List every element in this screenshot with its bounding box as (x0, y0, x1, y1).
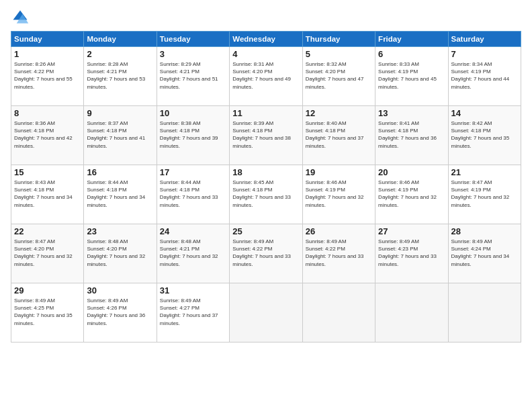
day-number: 17 (160, 167, 226, 177)
day-number: 1 (14, 49, 81, 59)
cell-info: Sunrise: 8:33 AM Sunset: 4:19 PM Dayligh… (378, 60, 445, 91)
cell-info: Sunrise: 8:47 AM Sunset: 4:20 PM Dayligh… (14, 238, 81, 268)
cell-info: Sunrise: 8:42 AM Sunset: 4:18 PM Dayligh… (451, 120, 518, 150)
calendar-cell (448, 283, 521, 342)
header-friday: Friday (375, 32, 448, 47)
day-number: 28 (451, 226, 518, 236)
day-number: 9 (87, 108, 153, 118)
calendar-cell: 20Sunrise: 8:46 AM Sunset: 4:19 PM Dayli… (375, 165, 448, 224)
day-number: 20 (378, 167, 445, 177)
cell-info: Sunrise: 8:45 AM Sunset: 4:18 PM Dayligh… (232, 179, 299, 209)
logo-icon (11, 8, 30, 27)
day-number: 13 (378, 108, 445, 118)
calendar-cell: 2Sunrise: 8:28 AM Sunset: 4:21 PM Daylig… (84, 47, 157, 106)
day-number: 19 (306, 167, 372, 177)
calendar-cell: 3Sunrise: 8:29 AM Sunset: 4:21 PM Daylig… (157, 47, 229, 106)
day-number: 23 (87, 226, 153, 236)
week-row-1: 1Sunrise: 8:26 AM Sunset: 4:22 PM Daylig… (11, 47, 521, 106)
cell-info: Sunrise: 8:49 AM Sunset: 4:22 PM Dayligh… (306, 238, 372, 268)
calendar-cell: 4Sunrise: 8:31 AM Sunset: 4:20 PM Daylig… (230, 47, 302, 106)
day-number: 12 (306, 108, 372, 118)
cell-info: Sunrise: 8:49 AM Sunset: 4:24 PM Dayligh… (451, 238, 518, 268)
day-number: 2 (87, 49, 153, 59)
day-number: 31 (160, 285, 226, 295)
cell-info: Sunrise: 8:39 AM Sunset: 4:18 PM Dayligh… (232, 120, 299, 150)
calendar-cell: 24Sunrise: 8:48 AM Sunset: 4:21 PM Dayli… (157, 224, 229, 283)
calendar-cell: 9Sunrise: 8:37 AM Sunset: 4:18 PM Daylig… (84, 106, 157, 165)
cell-info: Sunrise: 8:49 AM Sunset: 4:26 PM Dayligh… (87, 297, 153, 327)
header-wednesday: Wednesday (230, 32, 302, 47)
calendar-cell: 8Sunrise: 8:36 AM Sunset: 4:18 PM Daylig… (11, 106, 84, 165)
day-number: 6 (378, 49, 445, 59)
calendar-cell: 15Sunrise: 8:43 AM Sunset: 4:18 PM Dayli… (11, 165, 84, 224)
calendar-cell: 18Sunrise: 8:45 AM Sunset: 4:18 PM Dayli… (230, 165, 302, 224)
day-number: 7 (451, 49, 518, 59)
calendar-header-row: SundayMondayTuesdayWednesdayThursdayFrid… (11, 32, 521, 47)
calendar-cell: 29Sunrise: 8:49 AM Sunset: 4:25 PM Dayli… (11, 283, 84, 342)
calendar-cell: 13Sunrise: 8:41 AM Sunset: 4:18 PM Dayli… (375, 106, 448, 165)
logo (11, 8, 32, 27)
calendar-cell: 27Sunrise: 8:49 AM Sunset: 4:23 PM Dayli… (375, 224, 448, 283)
calendar-cell (375, 283, 448, 342)
cell-info: Sunrise: 8:47 AM Sunset: 4:19 PM Dayligh… (451, 179, 518, 209)
calendar-cell: 26Sunrise: 8:49 AM Sunset: 4:22 PM Dayli… (302, 224, 375, 283)
page: SundayMondayTuesdayWednesdayThursdayFrid… (0, 0, 532, 411)
week-row-3: 15Sunrise: 8:43 AM Sunset: 4:18 PM Dayli… (11, 165, 521, 224)
header-saturday: Saturday (448, 32, 521, 47)
cell-info: Sunrise: 8:37 AM Sunset: 4:18 PM Dayligh… (87, 120, 153, 150)
calendar-cell: 14Sunrise: 8:42 AM Sunset: 4:18 PM Dayli… (448, 106, 521, 165)
cell-info: Sunrise: 8:49 AM Sunset: 4:27 PM Dayligh… (160, 297, 226, 327)
day-number: 16 (87, 167, 153, 177)
calendar-cell: 7Sunrise: 8:34 AM Sunset: 4:19 PM Daylig… (448, 47, 521, 106)
header (11, 8, 521, 27)
calendar-cell: 10Sunrise: 8:38 AM Sunset: 4:18 PM Dayli… (157, 106, 229, 165)
cell-info: Sunrise: 8:48 AM Sunset: 4:20 PM Dayligh… (87, 238, 153, 268)
calendar-cell: 6Sunrise: 8:33 AM Sunset: 4:19 PM Daylig… (375, 47, 448, 106)
day-number: 24 (160, 226, 226, 236)
cell-info: Sunrise: 8:43 AM Sunset: 4:18 PM Dayligh… (14, 179, 81, 209)
cell-info: Sunrise: 8:44 AM Sunset: 4:18 PM Dayligh… (87, 179, 153, 209)
cell-info: Sunrise: 8:46 AM Sunset: 4:19 PM Dayligh… (378, 179, 445, 209)
header-sunday: Sunday (11, 32, 84, 47)
cell-info: Sunrise: 8:41 AM Sunset: 4:18 PM Dayligh… (378, 120, 445, 150)
calendar-cell: 5Sunrise: 8:32 AM Sunset: 4:20 PM Daylig… (302, 47, 375, 106)
day-number: 15 (14, 167, 81, 177)
calendar-cell: 1Sunrise: 8:26 AM Sunset: 4:22 PM Daylig… (11, 47, 84, 106)
cell-info: Sunrise: 8:49 AM Sunset: 4:22 PM Dayligh… (232, 238, 299, 268)
cell-info: Sunrise: 8:46 AM Sunset: 4:19 PM Dayligh… (306, 179, 372, 209)
cell-info: Sunrise: 8:31 AM Sunset: 4:20 PM Dayligh… (232, 60, 299, 91)
calendar-cell: 19Sunrise: 8:46 AM Sunset: 4:19 PM Dayli… (302, 165, 375, 224)
day-number: 4 (232, 49, 299, 59)
calendar-cell: 16Sunrise: 8:44 AM Sunset: 4:18 PM Dayli… (84, 165, 157, 224)
week-row-2: 8Sunrise: 8:36 AM Sunset: 4:18 PM Daylig… (11, 106, 521, 165)
calendar-cell (302, 283, 375, 342)
calendar-cell: 12Sunrise: 8:40 AM Sunset: 4:18 PM Dayli… (302, 106, 375, 165)
cell-info: Sunrise: 8:38 AM Sunset: 4:18 PM Dayligh… (160, 120, 226, 150)
day-number: 11 (232, 108, 299, 118)
calendar-cell: 28Sunrise: 8:49 AM Sunset: 4:24 PM Dayli… (448, 224, 521, 283)
day-number: 21 (451, 167, 518, 177)
calendar-cell: 25Sunrise: 8:49 AM Sunset: 4:22 PM Dayli… (230, 224, 302, 283)
week-row-5: 29Sunrise: 8:49 AM Sunset: 4:25 PM Dayli… (11, 283, 521, 342)
day-number: 14 (451, 108, 518, 118)
cell-info: Sunrise: 8:28 AM Sunset: 4:21 PM Dayligh… (87, 60, 153, 91)
day-number: 27 (378, 226, 445, 236)
calendar-cell: 31Sunrise: 8:49 AM Sunset: 4:27 PM Dayli… (157, 283, 229, 342)
day-number: 18 (232, 167, 299, 177)
calendar-cell (230, 283, 302, 342)
day-number: 30 (87, 285, 153, 295)
day-number: 26 (306, 226, 372, 236)
cell-info: Sunrise: 8:48 AM Sunset: 4:21 PM Dayligh… (160, 238, 226, 268)
calendar-cell: 17Sunrise: 8:44 AM Sunset: 4:18 PM Dayli… (157, 165, 229, 224)
day-number: 25 (232, 226, 299, 236)
day-number: 5 (306, 49, 372, 59)
cell-info: Sunrise: 8:49 AM Sunset: 4:25 PM Dayligh… (14, 297, 81, 327)
calendar: SundayMondayTuesdayWednesdayThursdayFrid… (11, 31, 521, 342)
day-number: 29 (14, 285, 81, 295)
calendar-cell: 30Sunrise: 8:49 AM Sunset: 4:26 PM Dayli… (84, 283, 157, 342)
header-tuesday: Tuesday (157, 32, 229, 47)
day-number: 3 (160, 49, 226, 59)
day-number: 22 (14, 226, 81, 236)
cell-info: Sunrise: 8:29 AM Sunset: 4:21 PM Dayligh… (160, 60, 226, 91)
cell-info: Sunrise: 8:26 AM Sunset: 4:22 PM Dayligh… (14, 60, 81, 91)
